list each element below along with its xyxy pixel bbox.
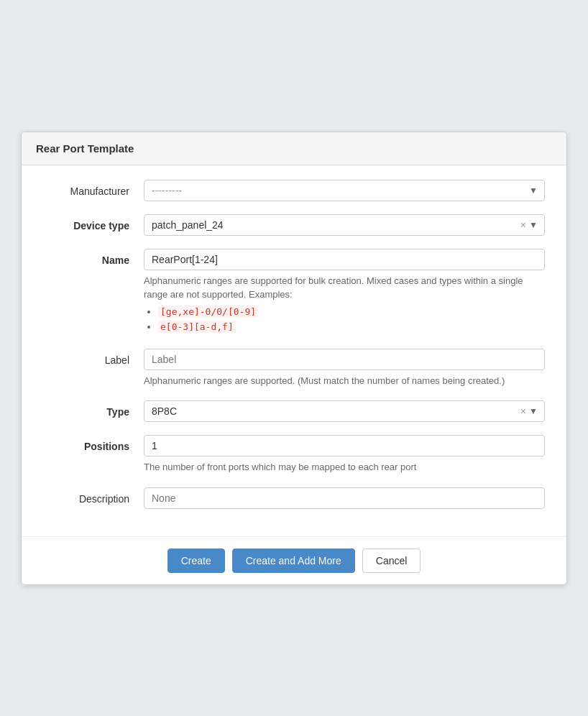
manufacturer-select-wrap: --------- ▼ bbox=[144, 180, 545, 201]
type-label: Type bbox=[43, 400, 144, 418]
device-type-select[interactable]: patch_panel_24 bbox=[144, 214, 545, 236]
manufacturer-label: Manufacturer bbox=[43, 180, 144, 197]
name-label: Name bbox=[43, 249, 144, 266]
device-type-clear-icon[interactable]: × bbox=[520, 220, 526, 230]
description-control bbox=[144, 487, 545, 509]
modal-body: Manufacturer --------- ▼ Device type pat… bbox=[22, 165, 566, 536]
name-help-text: Alphanumeric ranges are supported for bu… bbox=[144, 274, 545, 334]
name-example-1: [ge,xe]-0/0/[0-9] bbox=[158, 305, 545, 319]
manufacturer-control: --------- ▼ bbox=[144, 180, 545, 201]
device-type-control: patch_panel_24 × ▼ bbox=[144, 214, 545, 236]
modal-header: Rear Port Template bbox=[22, 132, 566, 165]
label-input[interactable] bbox=[144, 349, 545, 370]
label-label: Label bbox=[43, 349, 144, 366]
positions-label: Positions bbox=[43, 435, 144, 452]
positions-help-text: The number of front ports which may be m… bbox=[144, 460, 545, 474]
positions-row: Positions The number of front ports whic… bbox=[43, 435, 545, 474]
create-button[interactable]: Create bbox=[167, 549, 225, 573]
description-label: Description bbox=[43, 487, 144, 505]
name-row: Name Alphanumeric ranges are supported f… bbox=[43, 249, 545, 336]
description-input[interactable] bbox=[144, 487, 545, 509]
type-row: Type 8P8C × ▼ bbox=[43, 400, 545, 422]
create-and-add-more-button[interactable]: Create and Add More bbox=[232, 549, 355, 573]
name-examples-list: [ge,xe]-0/0/[0-9] e[0-3][a-d,f] bbox=[144, 305, 545, 334]
modal-title: Rear Port Template bbox=[36, 142, 134, 155]
name-example-2: e[0-3][a-d,f] bbox=[158, 320, 545, 334]
label-control: Alphanumeric ranges are supported. (Must… bbox=[144, 349, 545, 388]
name-help-intro: Alphanumeric ranges are supported for bu… bbox=[144, 275, 523, 300]
description-row: Description bbox=[43, 487, 545, 509]
name-control: Alphanumeric ranges are supported for bu… bbox=[144, 249, 545, 336]
cancel-button[interactable]: Cancel bbox=[362, 549, 421, 573]
device-type-label: Device type bbox=[43, 214, 144, 231]
type-clear-icon[interactable]: × bbox=[520, 406, 526, 416]
modal-footer: Create Create and Add More Cancel bbox=[22, 536, 566, 584]
label-help-text: Alphanumeric ranges are supported. (Must… bbox=[144, 374, 545, 388]
manufacturer-select[interactable]: --------- bbox=[144, 180, 545, 201]
manufacturer-row: Manufacturer --------- ▼ bbox=[43, 180, 545, 201]
positions-control: The number of front ports which may be m… bbox=[144, 435, 545, 474]
name-example-2-code: e[0-3][a-d,f] bbox=[158, 321, 236, 333]
type-select[interactable]: 8P8C bbox=[144, 400, 545, 422]
device-type-row: Device type patch_panel_24 × ▼ bbox=[43, 214, 545, 236]
type-select-wrap: 8P8C × ▼ bbox=[144, 400, 545, 422]
label-row: Label Alphanumeric ranges are supported.… bbox=[43, 349, 545, 388]
name-input[interactable] bbox=[144, 249, 545, 270]
name-example-1-code: [ge,xe]-0/0/[0-9] bbox=[158, 306, 258, 318]
modal-container: Rear Port Template Manufacturer --------… bbox=[21, 132, 567, 585]
positions-input[interactable] bbox=[144, 435, 545, 456]
device-type-select-wrap: patch_panel_24 × ▼ bbox=[144, 214, 545, 236]
type-control: 8P8C × ▼ bbox=[144, 400, 545, 422]
